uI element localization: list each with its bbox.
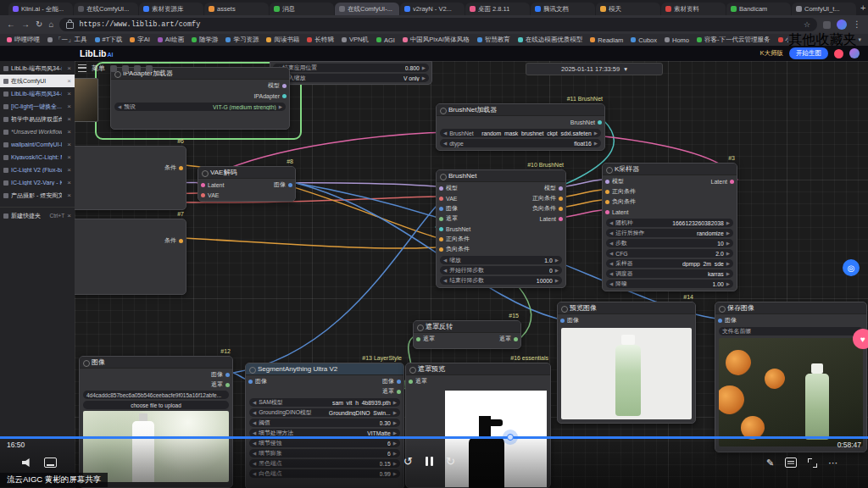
node-title[interactable]: 遮罩反转 — [414, 321, 520, 333]
bookmark-item[interactable]: 哔哩哔哩 — [7, 36, 40, 44]
port-dot[interactable] — [397, 380, 401, 384]
notes-button[interactable] — [785, 458, 797, 468]
port-dot[interactable] — [605, 180, 609, 184]
node-title[interactable]: K采样器 — [603, 164, 737, 175]
port-dot[interactable] — [439, 217, 443, 221]
node-widget[interactable]: ◀SAM模型sam_vit_h_4b8939.pth▶ — [249, 398, 400, 407]
decrement-icon[interactable]: ◀ — [609, 230, 613, 236]
node-conditioning-6[interactable]: #6 条件 — [59, 146, 186, 210]
browser-tab[interactable]: Bandicam — [726, 3, 791, 15]
port-dot[interactable] — [397, 390, 401, 394]
decrement-icon[interactable]: ◀ — [253, 400, 256, 405]
bookmark-item[interactable]: Cubox — [631, 36, 657, 44]
export-icon[interactable] — [134, 65, 141, 72]
url-text[interactable]: https://www.liblib.art/comfy — [79, 20, 798, 29]
output-port[interactable]: 条件 — [162, 164, 186, 172]
sidebar-item[interactable]: IC-Light V2 (Flux-base... × — [0, 164, 75, 176]
node-title[interactable]: BrushNet — [437, 170, 565, 182]
output-port[interactable]: 图像 — [271, 180, 295, 189]
node-title[interactable]: 保存图像 — [715, 302, 866, 314]
input-port[interactable]: Latent — [198, 180, 226, 189]
port-dot[interactable] — [730, 180, 734, 184]
node-load-image[interactable]: #12 图像 图像遮罩 4d4caddc857bec6a05b546ceebac… — [79, 356, 233, 488]
node-mask-preview[interactable]: #16 essentials 遮罩预览 遮罩 — [405, 363, 551, 488]
node-brushnet[interactable]: #10 BrushNet BrushNet 模型VAE图像遮罩BrushNet正… — [436, 169, 566, 288]
refresh-icon[interactable] — [146, 65, 153, 72]
node-title[interactable]: BrushNet加载器 — [437, 104, 604, 116]
decrement-icon[interactable]: ◀ — [253, 461, 256, 466]
node-widget[interactable]: ◀开始行降步数0▶ — [440, 266, 562, 274]
node-widget[interactable]: ◀随机种1666123260382038▶ — [606, 219, 733, 227]
increment-icon[interactable]: ▶ — [279, 104, 282, 109]
port-dot[interactable] — [439, 197, 443, 201]
input-port[interactable]: 图像 — [715, 316, 739, 324]
fullscreen-button[interactable] — [808, 458, 817, 468]
decrement-icon[interactable]: ◀ — [609, 281, 613, 286]
increment-icon[interactable]: ▶ — [393, 430, 397, 435]
volume-icon[interactable] — [22, 458, 32, 468]
decrement-icon[interactable]: ◀ — [443, 278, 447, 283]
close-icon[interactable]: × — [67, 212, 71, 219]
increment-icon[interactable]: ▶ — [555, 258, 559, 263]
increment-icon[interactable]: ▶ — [726, 230, 730, 236]
bookmark-item[interactable]: 小影视 — [778, 36, 789, 44]
node-widget[interactable]: ◀ 嵌入缩放 V only ▶ — [273, 74, 429, 82]
image-filename[interactable]: 4d4caddc857bec6a05b546ceebacfe9f015a16f1… — [83, 391, 229, 399]
screen-icon[interactable] — [44, 458, 57, 468]
browser-tab[interactable]: 在线ComfyUI... — [74, 3, 138, 15]
increment-icon[interactable]: ▶ — [726, 261, 730, 266]
port-dot[interactable] — [248, 380, 253, 384]
increment-icon[interactable]: ▶ — [726, 220, 730, 225]
bookmark-star-icon[interactable]: ☆ — [804, 20, 810, 29]
increment-icon[interactable]: ▶ — [393, 420, 397, 425]
increment-icon[interactable]: ▶ — [555, 278, 559, 283]
input-port[interactable]: 负向条件 — [603, 197, 638, 206]
node-widget[interactable]: ◀dtypefloat16▶ — [440, 139, 601, 147]
rewind-button[interactable]: ↺ — [403, 456, 413, 467]
back-icon[interactable]: ← — [7, 20, 15, 29]
node-title[interactable]: 预览图像 — [558, 302, 695, 314]
sidebar-item[interactable]: *Unsaved Workflow (2) × — [0, 125, 75, 138]
browser-tab[interactable]: 素材资源库 — [139, 3, 203, 15]
sidebar-item[interactable]: LibLib-端布局风34-端 × — [0, 62, 75, 75]
node-widget[interactable]: ◀CFG2.0▶ — [606, 249, 733, 258]
more-button[interactable]: ⋯ — [828, 458, 837, 468]
bookmark-item[interactable]: Homo — [665, 36, 689, 44]
reload-icon[interactable]: ↻ — [36, 20, 42, 29]
close-icon[interactable]: × — [67, 166, 71, 174]
port-dot[interactable] — [225, 373, 230, 377]
bookmark-item[interactable]: AI绘画 — [158, 36, 184, 44]
increment-icon[interactable]: ▶ — [393, 410, 397, 415]
home-icon[interactable]: ⌂ — [48, 20, 53, 29]
increment-icon[interactable]: ▶ — [422, 75, 426, 80]
node-vae-decode[interactable]: #8 VAE解码 LatentVAE 图像 — [198, 166, 296, 202]
output-port[interactable]: 负向条件 — [530, 204, 565, 213]
node-widget[interactable]: ◀白色端点0.99▶ — [249, 469, 400, 478]
node-conditioning-7[interactable]: #7 条件 — [59, 219, 186, 295]
node-save-image[interactable]: 保存图像 图像 文件名前缀 — [715, 302, 867, 452]
port-dot[interactable] — [416, 337, 420, 341]
node-widget[interactable]: ◀预设VIT-G (medium strength)▶ — [114, 103, 286, 111]
decrement-icon[interactable]: ◀ — [609, 261, 613, 266]
decrement-icon[interactable]: ◀ — [609, 251, 613, 256]
input-port[interactable]: 遮罩 — [437, 214, 473, 223]
output-port[interactable]: 图像 — [209, 370, 232, 379]
pause-button[interactable] — [426, 457, 433, 466]
increment-icon[interactable]: ▶ — [726, 241, 730, 246]
input-port[interactable]: 遮罩 — [406, 377, 430, 385]
port-dot[interactable] — [559, 207, 563, 211]
close-icon[interactable]: × — [67, 64, 71, 72]
browser-tab[interactable]: 模天 — [596, 3, 660, 15]
node-widget[interactable]: ◀黑色端点0.15▶ — [249, 459, 400, 468]
decrement-icon[interactable]: ◀ — [443, 268, 447, 273]
node-segment-anything[interactable]: #13 LayerStyle SegmentAnything Ultra V2 … — [245, 363, 404, 488]
user-avatar[interactable] — [849, 48, 860, 58]
forward-icon[interactable]: → — [21, 20, 30, 29]
browser-menu-icon[interactable]: ⋮ — [853, 20, 861, 29]
port-dot[interactable] — [559, 186, 563, 191]
bookmark-item[interactable]: VPN机 — [342, 36, 369, 44]
output-port[interactable]: BrushNet — [568, 118, 604, 126]
video-progress-knob[interactable] — [507, 434, 514, 441]
input-port[interactable]: 负向条件 — [437, 245, 473, 253]
node-widget[interactable]: ◀细节侵蚀6▶ — [249, 439, 400, 447]
